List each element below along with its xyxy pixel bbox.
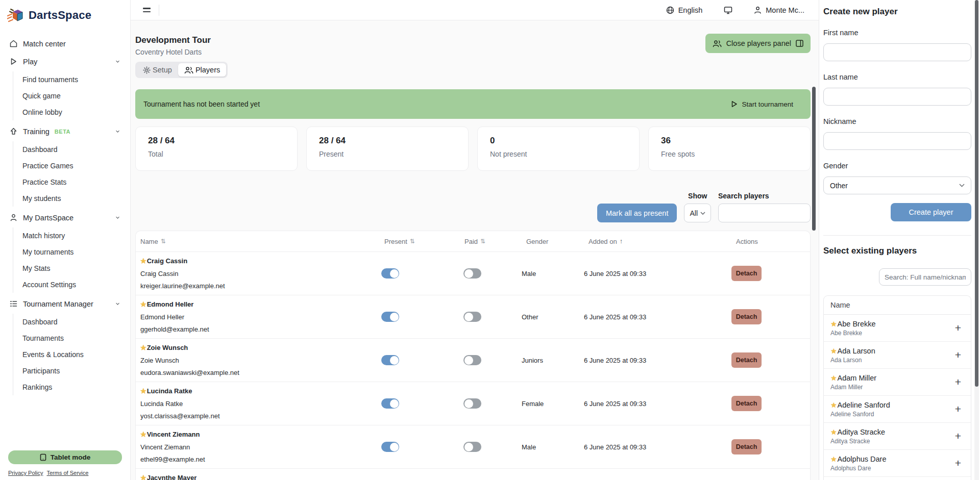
add-player-button[interactable]: +: [952, 349, 964, 361]
tablet-mode-label: Tablet mode: [51, 453, 91, 461]
present-toggle[interactable]: [381, 398, 399, 409]
sidebar-item-dashboard[interactable]: Dashboard: [13, 314, 126, 330]
sidebar-item-online-lobby[interactable]: Online lobby: [13, 104, 126, 120]
detach-button[interactable]: Detach: [731, 439, 762, 454]
paid-toggle[interactable]: [463, 312, 481, 322]
user-menu[interactable]: Monte Mc...: [754, 6, 804, 14]
sidebar-item-find-tournaments[interactable]: Find tournaments: [13, 71, 126, 88]
show-filter-select[interactable]: All: [684, 204, 711, 222]
paid-toggle[interactable]: [463, 355, 481, 365]
sidebar-item-dashboard[interactable]: Dashboard: [13, 141, 126, 158]
sidebar-item-training[interactable]: TrainingBETA: [4, 122, 126, 140]
language-label: English: [678, 6, 703, 14]
tab-players[interactable]: Players: [178, 63, 226, 77]
star-icon: ★: [830, 455, 837, 463]
paid-toggle[interactable]: [463, 398, 481, 409]
sidebar-item-practice-stats[interactable]: Practice Stats: [13, 174, 126, 190]
mark-all-present-button[interactable]: Mark all as present: [597, 204, 677, 222]
player-email: yost.clarissa@example.net: [140, 413, 380, 420]
sort-icon: ↑: [620, 238, 623, 245]
column-header-name[interactable]: Name⇅: [136, 238, 380, 245]
star-icon: ★: [830, 374, 837, 382]
existing-player-name: ★Aditya Stracke: [830, 428, 885, 437]
present-toggle[interactable]: [381, 442, 399, 452]
tab-setup[interactable]: Setup: [137, 63, 178, 77]
column-header-present[interactable]: Present⇅: [380, 238, 460, 245]
main-content: Development Tour Coventry Hotel Darts Cl…: [131, 20, 819, 480]
present-toggle[interactable]: [381, 268, 399, 279]
player-actions-cell: Detach: [731, 439, 810, 454]
gender-select[interactable]: Other: [823, 176, 971, 194]
existing-players-search-input[interactable]: [879, 268, 971, 286]
last-name-field[interactable]: [823, 88, 971, 106]
column-header-gender: Gender: [522, 238, 584, 245]
panel-right-icon: [796, 40, 803, 47]
add-player-button[interactable]: +: [952, 430, 964, 442]
play-icon: [731, 100, 738, 108]
column-header-paid[interactable]: Paid⇅: [460, 238, 522, 245]
sidebar-item-account-settings[interactable]: Account Settings: [13, 276, 126, 293]
sidebar-item-events-locations[interactable]: Events & Locations: [13, 346, 126, 363]
play-icon: [9, 57, 18, 66]
star-icon: ★: [830, 428, 837, 436]
present-toggle[interactable]: [381, 355, 399, 365]
paid-toggle[interactable]: [463, 268, 481, 279]
language-selector[interactable]: English: [666, 6, 703, 14]
app-logo[interactable]: DartsSpace: [0, 0, 130, 29]
add-player-button[interactable]: +: [952, 376, 964, 388]
column-header-added-on[interactable]: Added on↑: [584, 238, 731, 245]
player-actions-cell: Detach: [731, 352, 810, 368]
panel-scrollbar-thumb[interactable]: [975, 0, 978, 387]
present-toggle[interactable]: [381, 312, 399, 322]
view-tabs: Setup Players: [135, 62, 228, 78]
sidebar-item-tournament-manager[interactable]: Tournament Manager: [4, 295, 126, 313]
search-players-input[interactable]: [718, 204, 811, 222]
sidebar-item-match-history[interactable]: Match history: [13, 228, 126, 244]
sidebar-item-tournaments[interactable]: Tournaments: [13, 330, 126, 346]
footer-link-privacy-policy[interactable]: Privacy Policy: [8, 470, 43, 476]
sidebar-group-play: Find tournamentsQuick gameOnline lobby: [13, 71, 126, 120]
footer-link-terms-of-service[interactable]: Terms of Service: [46, 470, 88, 476]
toggle-knob: [390, 399, 399, 408]
detach-button[interactable]: Detach: [731, 352, 762, 368]
panel-scrollbar[interactable]: [974, 0, 979, 480]
sidebar-toggle-button[interactable]: [141, 6, 153, 14]
sidebar-item-rankings[interactable]: Rankings: [13, 379, 126, 395]
detach-button[interactable]: Detach: [731, 266, 762, 281]
start-tournament-button[interactable]: Start tournament: [731, 100, 793, 108]
create-player-button[interactable]: Create player: [891, 203, 971, 221]
column-label: Added on: [589, 238, 617, 245]
close-players-panel-button[interactable]: Close players panel: [705, 34, 811, 53]
add-player-button[interactable]: +: [952, 457, 964, 469]
sidebar-item-quick-game[interactable]: Quick game: [13, 88, 126, 104]
table-controls: Mark all as present Show All Search play…: [135, 192, 811, 222]
chevron-down-icon: [700, 212, 705, 215]
sidebar-item-match-center[interactable]: Match center: [4, 35, 126, 53]
sidebar-item-play[interactable]: Play: [4, 53, 126, 70]
sort-icon: ⇅: [410, 238, 415, 245]
sidebar-item-participants[interactable]: Participants: [13, 363, 126, 379]
sidebar-item-my-stats[interactable]: My Stats: [13, 260, 126, 276]
users-icon: [713, 40, 722, 47]
sidebar-item-my-dartsspace[interactable]: My DartsSpace: [4, 209, 126, 226]
player-name-cell: ★Craig CassinCraig Cassinkreiger.laurine…: [136, 252, 380, 290]
sidebar-item-my-tournaments[interactable]: My tournaments: [13, 244, 126, 260]
user-icon: [754, 6, 762, 14]
add-player-button[interactable]: +: [952, 403, 964, 415]
add-player-button[interactable]: +: [952, 322, 964, 334]
main-scrollbar-thumb[interactable]: [812, 87, 816, 231]
toggle-knob: [464, 443, 473, 451]
tablet-mode-button[interactable]: Tablet mode: [8, 450, 122, 464]
sidebar-item-practice-games[interactable]: Practice Games: [13, 158, 126, 174]
paid-toggle[interactable]: [463, 442, 481, 452]
nickname-field[interactable]: [823, 132, 971, 150]
player-starred-name: ★Craig Cassin: [140, 257, 380, 265]
display-mode-button[interactable]: [724, 6, 732, 14]
first-name-field[interactable]: [823, 43, 971, 61]
detach-button[interactable]: Detach: [731, 309, 762, 324]
sidebar-nav: Match centerPlayFind tournamentsQuick ga…: [0, 29, 130, 395]
sidebar-item-my-students[interactable]: My students: [13, 190, 126, 207]
sidebar-group-training: DashboardPractice GamesPractice StatsMy …: [13, 141, 126, 207]
tab-setup-label: Setup: [153, 66, 172, 74]
detach-button[interactable]: Detach: [731, 396, 762, 411]
